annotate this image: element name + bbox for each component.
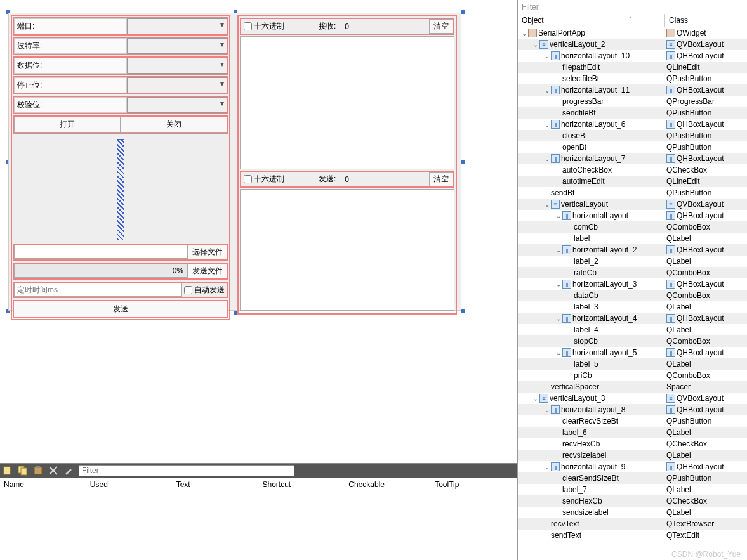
expand-icon[interactable]: ⌄ xyxy=(543,53,551,60)
tree-row[interactable]: clearRecvSizeBtQPushButton xyxy=(518,415,747,427)
inspector-filter-input[interactable]: Filter xyxy=(519,1,746,13)
delete-action-icon[interactable] xyxy=(48,466,58,476)
vertical-layout-2[interactable]: 端口: 波特率: 数据位: 停止位: 校验位: xyxy=(11,15,230,320)
expand-icon[interactable]: ⌄ xyxy=(543,464,551,471)
tree-row[interactable]: sendsizelabelQLabel xyxy=(518,507,747,518)
expand-icon[interactable]: ⌄ xyxy=(532,395,539,402)
tree-row[interactable]: recvHexCbQCheckBox xyxy=(518,438,747,450)
tree-row[interactable]: ⌄horizontalLayout_5QHBoxLayout xyxy=(518,347,747,358)
tree-row[interactable]: sendTextQTextEdit xyxy=(518,530,747,541)
progress-bar[interactable]: 0% xyxy=(14,264,188,278)
horizontal-layout-recv-head[interactable]: 十六进制 接收: 0 清空 xyxy=(240,18,454,35)
select-file-button[interactable]: 选择文件 xyxy=(188,245,227,259)
tree-row[interactable]: label_7QLabel xyxy=(518,484,747,495)
tree-row[interactable]: comCbQComboBox xyxy=(518,221,747,233)
header-class[interactable]: Class xyxy=(665,14,747,27)
open-button[interactable]: 打开 xyxy=(14,117,121,133)
send-hex-checkbox[interactable]: 十六进制 xyxy=(241,174,287,185)
header-object[interactable]: Object xyxy=(518,14,665,27)
expand-icon[interactable]: ⌄ xyxy=(555,315,562,322)
tree-row[interactable]: autotimeEditQLineEdit xyxy=(518,176,747,187)
tree-row[interactable]: ⌄horizontalLayout_7QHBoxLayout xyxy=(518,153,747,164)
expand-icon[interactable]: ⌄ xyxy=(543,87,551,94)
expand-icon[interactable]: ⌄ xyxy=(520,30,528,37)
tree-row[interactable]: closeBtQPushButton xyxy=(518,130,747,141)
horizontal-layout-send-head[interactable]: 十六进制 发送: 0 清空 xyxy=(240,171,454,188)
col-checkable[interactable]: Checkable xyxy=(345,478,431,491)
tree-row[interactable]: ⌄horizontalLayoutQHBoxLayout xyxy=(518,210,747,221)
combo-port[interactable] xyxy=(127,18,227,34)
recv-hex-checkbox[interactable]: 十六进制 xyxy=(241,21,287,32)
tree-row[interactable]: progressBarQProgressBar xyxy=(518,96,747,107)
col-tooltip[interactable]: ToolTip xyxy=(431,478,517,491)
horizontal-layout-filepath[interactable]: 选择文件 xyxy=(13,244,228,261)
vertical-layout-3[interactable]: 十六进制 接收: 0 清空 十六进制 发送: 0 清空 xyxy=(237,15,457,315)
action-filter-input[interactable] xyxy=(79,465,294,476)
form-designer[interactable]: 端口: 波特率: 数据位: 停止位: 校验位: xyxy=(0,0,517,463)
horizontal-layout-openclose[interactable]: 打开 关闭 xyxy=(13,115,228,134)
expand-icon[interactable]: ⌄ xyxy=(543,155,551,162)
tree-row[interactable]: labelQLabel xyxy=(518,233,747,244)
serialportapp-canvas[interactable]: 端口: 波特率: 数据位: 停止位: 校验位: xyxy=(8,13,461,311)
combo-baud[interactable] xyxy=(127,38,227,54)
tree-row[interactable]: ⌄horizontalLayout_2QHBoxLayout xyxy=(518,244,747,256)
tree-row[interactable]: sendHexCbQCheckBox xyxy=(518,495,747,507)
horizontal-layout-stop[interactable]: 停止位: xyxy=(13,76,228,94)
tree-row[interactable]: openBtQPushButton xyxy=(518,141,747,153)
combo-stop[interactable] xyxy=(127,77,227,93)
tree-row[interactable]: priCbQComboBox xyxy=(518,370,747,381)
send-file-button[interactable]: 发送文件 xyxy=(188,264,227,278)
tree-row[interactable]: ⌄horizontalLayout_10QHBoxLayout xyxy=(518,50,747,62)
combo-data[interactable] xyxy=(127,58,227,74)
tree-row[interactable]: sendfileBtQPushButton xyxy=(518,107,747,119)
object-tree[interactable]: ⌄SerialPortAppQWidget⌄verticalLayout_2QV… xyxy=(518,27,747,560)
expand-icon[interactable]: ⌄ xyxy=(543,121,551,128)
col-used[interactable]: Used xyxy=(86,478,173,491)
col-shortcut[interactable]: Shortcut xyxy=(258,478,345,491)
tree-row[interactable]: label_3QLabel xyxy=(518,301,747,313)
tree-row[interactable]: ⌄verticalLayout_3QVBoxLayout xyxy=(518,393,747,404)
tree-row[interactable]: recvTextQTextBrowser xyxy=(518,518,747,530)
paste-action-icon[interactable] xyxy=(33,466,43,476)
expand-icon[interactable]: ⌄ xyxy=(543,201,551,208)
tree-row[interactable]: clearSendSizeBtQPushButton xyxy=(518,472,747,484)
clear-recv-button[interactable]: 清空 xyxy=(429,19,453,34)
tree-row[interactable]: recvsizelabelQLabel xyxy=(518,450,747,461)
tree-row[interactable]: rateCbQComboBox xyxy=(518,267,747,278)
recv-textbrowser[interactable] xyxy=(240,36,454,169)
tree-row[interactable]: filepathEditQLineEdit xyxy=(518,62,747,73)
tree-row[interactable]: label_5QLabel xyxy=(518,358,747,370)
tree-row[interactable]: ⌄horizontalLayout_6QHBoxLayout xyxy=(518,119,747,130)
expand-icon[interactable]: ⌄ xyxy=(543,407,551,413)
combo-parity[interactable] xyxy=(127,97,227,113)
tree-row[interactable]: autoCheckBoxQCheckBox xyxy=(518,164,747,176)
tree-row[interactable]: ⌄verticalLayoutQVBoxLayout xyxy=(518,199,747,210)
send-button[interactable]: 发送 xyxy=(13,300,228,318)
autotime-input[interactable] xyxy=(14,283,182,297)
tree-row[interactable]: ⌄horizontalLayout_9QHBoxLayout xyxy=(518,461,747,472)
horizontal-layout-progress[interactable]: 0% 发送文件 xyxy=(13,263,228,280)
tree-row[interactable]: selectfileBtQPushButton xyxy=(518,73,747,84)
tree-row[interactable]: label_2QLabel xyxy=(518,256,747,267)
tree-row[interactable]: dataCbQComboBox xyxy=(518,290,747,301)
tree-row[interactable]: label_4QLabel xyxy=(518,324,747,335)
expand-icon[interactable]: ⌄ xyxy=(555,212,562,219)
tree-row[interactable]: sendBtQPushButton xyxy=(518,187,747,199)
expand-icon[interactable]: ⌄ xyxy=(555,247,562,254)
send-textedit[interactable] xyxy=(240,189,454,311)
copy-action-icon[interactable] xyxy=(18,466,28,476)
tree-row[interactable]: ⌄horizontalLayout_11QHBoxLayout xyxy=(518,84,747,96)
autosend-checkbox[interactable]: 自动发送 xyxy=(182,283,227,297)
tree-row[interactable]: verticalSpacerSpacer xyxy=(518,381,747,393)
configure-icon[interactable] xyxy=(63,466,74,476)
horizontal-layout-data[interactable]: 数据位: xyxy=(13,56,228,75)
clear-send-button[interactable]: 清空 xyxy=(429,172,453,186)
expand-icon[interactable]: ⌄ xyxy=(555,281,562,288)
col-text[interactable]: Text xyxy=(173,478,259,491)
horizontal-layout-port[interactable]: 端口: xyxy=(13,17,228,36)
tree-row[interactable]: ⌄horizontalLayout_4QHBoxLayout xyxy=(518,313,747,324)
close-button[interactable]: 关闭 xyxy=(121,117,227,133)
tree-row[interactable]: ⌄SerialPortAppQWidget xyxy=(518,27,747,39)
col-name[interactable]: Name xyxy=(0,478,86,491)
tree-row[interactable]: ⌄horizontalLayout_8QHBoxLayout xyxy=(518,404,747,415)
